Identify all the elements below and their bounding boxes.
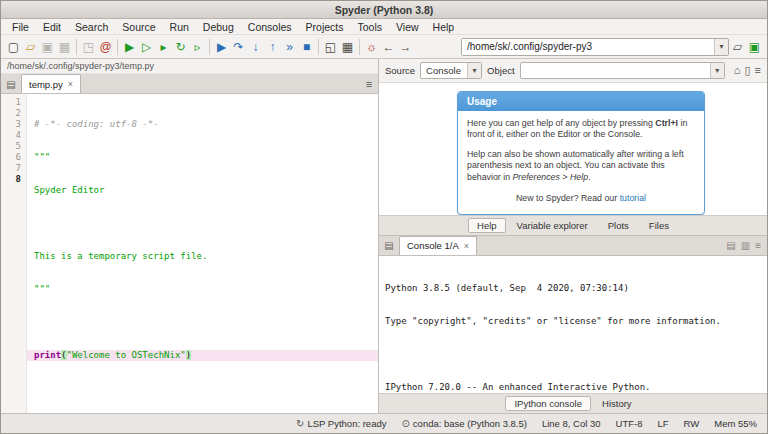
save-all-icon[interactable]: ▦: [56, 37, 73, 56]
debug-file-icon[interactable]: ▶: [213, 37, 230, 56]
line-number-gutter: 1 2 3 4 5 6 7 8: [1, 94, 27, 413]
menu-source[interactable]: Source: [115, 20, 162, 34]
memory-text: Mem 55%: [714, 418, 757, 429]
browse-consoles-icon[interactable]: ▤: [379, 237, 399, 255]
editor-pane: /home/sk/.config/spyder-py3/temp.py ▤ te…: [1, 59, 379, 413]
lsp-icon: ↻: [296, 418, 304, 429]
close-tab-icon[interactable]: ×: [68, 79, 73, 89]
set-working-directory-icon[interactable]: ▣: [746, 37, 763, 56]
help-options-icon[interactable]: ≡: [755, 64, 761, 77]
working-directory-combo[interactable]: ▾: [461, 38, 729, 56]
menu-projects[interactable]: Projects: [299, 20, 351, 34]
forward-icon[interactable]: →: [397, 37, 414, 56]
line-number: 4: [1, 130, 21, 141]
step-return-icon[interactable]: ↑: [264, 37, 281, 56]
preferences-icon[interactable]: ☼: [363, 37, 380, 56]
code-line: # -*- coding: utf-8 -*-: [27, 119, 378, 130]
lock-icon[interactable]: ▯: [745, 64, 751, 77]
toolbar-separator: [318, 39, 319, 55]
save-icon[interactable]: ▣: [39, 37, 56, 56]
fullscreen-icon[interactable]: ◳: [80, 37, 97, 56]
layout-icon[interactable]: ▦: [339, 37, 356, 56]
console-grid-icon[interactable]: ▥: [741, 240, 750, 251]
chevron-down-icon[interactable]: ▾: [710, 63, 724, 78]
tab-ipython-console[interactable]: IPython console: [505, 396, 591, 411]
usage-paragraph-1: Here you can get help of any object by p…: [467, 118, 695, 141]
menu-debug[interactable]: Debug: [196, 20, 241, 34]
step-icon[interactable]: ↷: [230, 37, 247, 56]
console-pane: ▤ Console 1/A × ▤ ▥ ≡ Python 3.8.5 (defa…: [379, 236, 767, 413]
usage-paragraph-3: New to Spyder? Read our tutorial: [467, 193, 695, 204]
tab-variable-explorer[interactable]: Variable explorer: [508, 218, 597, 233]
conda-status[interactable]: ⊙ conda: base (Python 3.8.5): [401, 418, 526, 429]
home-icon[interactable]: ⌂: [734, 64, 741, 77]
usage-text: New to Spyder? Read our: [516, 193, 620, 203]
back-icon[interactable]: ←: [380, 37, 397, 56]
run-selection-icon[interactable]: ▹: [189, 37, 206, 56]
stop-icon[interactable]: ■: [298, 37, 315, 56]
ctrl-i-shortcut: Ctrl+I: [655, 118, 678, 128]
menu-run[interactable]: Run: [163, 20, 196, 34]
encoding-status: UTF-8: [616, 418, 643, 429]
menu-help[interactable]: Help: [426, 20, 462, 34]
new-file-icon[interactable]: ▢: [5, 37, 22, 56]
statusbar: ↻ LSP Python: ready ⊙ conda: base (Pytho…: [1, 413, 767, 433]
menu-file[interactable]: File: [5, 20, 36, 34]
console-tab-label: Console 1/A: [407, 240, 459, 251]
working-directory-input[interactable]: [462, 39, 714, 55]
tab-help[interactable]: Help: [468, 218, 506, 233]
console-icon[interactable]: @: [97, 37, 114, 56]
console-options-icon[interactable]: ≡: [755, 240, 761, 251]
usage-title: Usage: [458, 92, 704, 111]
browse-tabs-icon[interactable]: ▤: [1, 75, 21, 93]
parent-directory-icon[interactable]: ▱: [729, 37, 746, 56]
editor-tab-label: temp.py: [29, 79, 63, 90]
lsp-status: ↻ LSP Python: ready: [296, 418, 386, 429]
editor-tab-temp-py[interactable]: temp.py ×: [21, 74, 81, 93]
console-tab[interactable]: Console 1/A ×: [399, 236, 477, 255]
menu-consoles[interactable]: Consoles: [241, 20, 299, 34]
menubar: File Edit Search Source Run Debug Consol…: [1, 19, 767, 35]
open-file-icon[interactable]: ▱: [22, 37, 39, 56]
eol-status: LF: [657, 418, 668, 429]
code-editor[interactable]: 1 2 3 4 5 6 7 8 # -*- coding: utf-8 -*- …: [1, 94, 378, 413]
tutorial-link[interactable]: tutorial: [620, 193, 646, 203]
menu-tools[interactable]: Tools: [351, 20, 390, 34]
run-cell-advance-icon[interactable]: ▸: [155, 37, 172, 56]
console-blank-line: [385, 349, 761, 360]
code-line: [27, 218, 378, 229]
help-object-combo[interactable]: ▾: [520, 62, 725, 79]
menu-view[interactable]: View: [389, 20, 426, 34]
editor-file-path: /home/sk/.config/spyder-py3/temp.py: [7, 61, 154, 71]
chevron-down-icon[interactable]: ▾: [467, 63, 481, 78]
window-title: Spyder (Python 3.8): [335, 4, 434, 16]
tab-plots[interactable]: Plots: [599, 218, 638, 233]
run-cell-icon[interactable]: ▷: [138, 37, 155, 56]
close-console-icon[interactable]: ×: [464, 241, 469, 251]
code-line: Spyder Editor: [27, 185, 378, 196]
ipython-console[interactable]: Python 3.8.5 (default, Sep 4 2020, 07:30…: [379, 256, 767, 393]
editor-options-icon[interactable]: ≡: [360, 75, 378, 93]
toolbar-separator: [117, 39, 118, 55]
console-pane-tabs: IPython console History: [379, 393, 767, 413]
usage-text: .: [588, 172, 590, 182]
console-list-icon[interactable]: ▤: [726, 240, 735, 251]
help-source-combo[interactable]: Console ▾: [420, 62, 482, 79]
toolbar-separator: [359, 39, 360, 55]
object-label: Object: [487, 65, 514, 76]
continue-icon[interactable]: »: [281, 37, 298, 56]
console-text: IPython 7.20.0 -- An enhanced Interactiv…: [385, 382, 651, 392]
menu-edit[interactable]: Edit: [36, 20, 68, 34]
tab-history[interactable]: History: [593, 396, 641, 411]
code-area[interactable]: # -*- coding: utf-8 -*- """ Spyder Edito…: [27, 94, 378, 413]
tab-files[interactable]: Files: [640, 218, 678, 233]
run-icon[interactable]: ▶: [121, 37, 138, 56]
chevron-down-icon[interactable]: ▾: [714, 39, 728, 55]
titlebar[interactable]: Spyder (Python 3.8): [1, 1, 767, 19]
maximize-pane-icon[interactable]: ◱: [322, 37, 339, 56]
menu-search[interactable]: Search: [68, 20, 115, 34]
rerun-cell-icon[interactable]: ↻: [172, 37, 189, 56]
step-into-icon[interactable]: ↓: [247, 37, 264, 56]
help-pane: Source Console ▾ Object ▾ ⌂ ▯ ≡: [379, 59, 767, 236]
help-pane-tabs: Help Variable explorer Plots Files: [379, 215, 767, 235]
